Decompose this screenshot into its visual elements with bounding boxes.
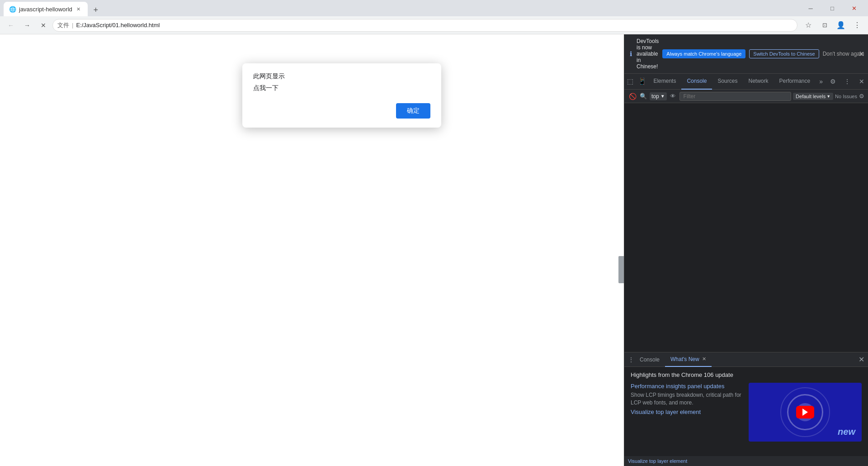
devtools-panel: ℹ DevTools is now available in Chinese! … [624,34,868,466]
maximize-button[interactable]: □ [822,0,843,16]
page-content: 此网页显示 点我一下 确定 [0,34,624,466]
whats-new-tab-close[interactable]: ✕ [702,356,706,362]
alert-message1: 此网页显示 [253,72,430,81]
no-issues-badge[interactable]: No Issues [835,94,857,99]
inspect-element-button[interactable]: ⬚ [624,75,636,88]
new-tab-button[interactable]: + [90,4,102,16]
console-toolbar: 🚫 🔍 top ▼ 👁 Default levels ▼ No Issues ⚙ [624,90,868,103]
whats-new-content: Highlights from the Chrome 106 update Pe… [624,367,868,456]
profile-button[interactable]: 👤 [834,18,848,33]
card-title[interactable]: Performance insights panel updates [631,383,743,390]
switch-devtools-button[interactable]: Switch DevTools to Chinese [749,49,819,58]
close-button[interactable]: ✕ [844,0,864,16]
console-filter-toggle[interactable]: 🔍 [639,92,648,101]
address-url: E:/JavaScript/01.helloworld.html [76,22,160,29]
whats-new-tab[interactable]: What's New ✕ [665,352,712,367]
clear-console-button[interactable]: 🚫 [628,92,637,101]
address-protocol: 文件 [57,21,69,29]
whats-new-tabs: ⋮ Console What's New ✕ ✕ [624,352,868,367]
notification-close-button[interactable]: ✕ [859,50,864,58]
whats-new-panel: ⋮ Console What's New ✕ ✕ Highlights from… [624,352,868,456]
window-controls: ─ □ ✕ [800,0,864,16]
context-selector[interactable]: top ▼ [650,92,667,100]
devtools-tabs: ⬚ 📱 Elements Console Sources Network Per… [624,74,868,90]
lang-notification-text: DevTools is now available in Chinese! [637,38,659,70]
panel-close-button[interactable]: ✕ [859,355,864,364]
tab-title: javascript-helloworld [19,6,72,13]
tab-close-button[interactable]: ✕ [75,5,82,13]
alert-ok-button[interactable]: 确定 [396,103,430,119]
address-bar[interactable]: 文件 | E:/JavaScript/01.helloworld.html [52,19,797,32]
alert-buttons: 确定 [253,103,430,119]
default-levels-button[interactable]: Default levels ▼ [793,93,833,100]
language-notification: ℹ DevTools is now available in Chinese! … [624,34,868,74]
console-filter-input[interactable] [679,92,792,101]
alert-dialog: 此网页显示 点我一下 确定 [242,63,441,128]
play-triangle-icon [802,409,808,416]
video-play-button[interactable] [796,406,814,418]
info-icon: ℹ [630,50,632,57]
reload-stop-button[interactable]: ✕ [36,18,51,33]
devtools-more-button[interactable]: ⋮ [841,75,854,88]
navigation-bar: ← → ✕ 文件 | E:/JavaScript/01.helloworld.h… [0,16,868,34]
dropdown-arrow-icon: ▼ [660,94,665,99]
minimize-button[interactable]: ─ [800,0,821,16]
whats-new-image-card: new [749,383,862,442]
card-link[interactable]: Visualize top layer element [631,409,743,415]
always-match-button[interactable]: Always match Chrome's language [662,49,745,58]
alert-message2: 点我一下 [253,84,430,92]
tab-favicon: 🌐 [9,6,16,13]
back-button[interactable]: ← [4,18,18,33]
address-separator: | [72,22,73,29]
tab-network[interactable]: Network [743,74,774,90]
whats-new-more-button[interactable]: ⋮ [628,356,634,363]
nav-right-buttons: ☆ ⊡ 👤 ⋮ [801,18,864,33]
menu-button[interactable]: ⋮ [850,18,864,33]
eye-icon[interactable]: 👁 [669,92,678,101]
more-tabs-button[interactable]: » [816,78,826,85]
whats-new-card-row: Performance insights panel updates Show … [631,383,862,442]
visualize-top-layer-link[interactable]: Visualize top layer element [628,458,687,464]
dont-show-again[interactable]: Don't show again [823,51,864,57]
new-badge: new [835,426,858,438]
forward-button[interactable]: → [20,18,34,33]
whats-new-text-card: Performance insights panel updates Show … [631,383,743,442]
active-tab[interactable]: 🌐 javascript-helloworld ✕ [4,2,88,16]
tab-elements[interactable]: Elements [648,74,681,90]
scroll-indicator [618,256,624,283]
browser-window: 🌐 javascript-helloworld ✕ + ─ □ ✕ ← → ✕ … [0,0,868,466]
tab-sources[interactable]: Sources [712,74,743,90]
tab-search-button[interactable]: ⊡ [817,18,832,33]
whats-new-console-tab[interactable]: Console [634,352,665,367]
bookmark-star-button[interactable]: ☆ [801,18,816,33]
tab-console[interactable]: Console [681,74,712,90]
main-area: 此网页显示 点我一下 确定 ℹ DevTools is now availabl… [0,34,868,466]
devtools-close-button[interactable]: ✕ [855,75,868,88]
devtools-bottom-bar: Visualize top layer element [624,456,868,466]
tab-bar: 🌐 javascript-helloworld ✕ + [4,0,102,16]
tab-performance[interactable]: Performance [774,74,816,90]
devtools-settings-button[interactable]: ⚙ [826,75,839,88]
devtools-right-controls: ⚙ ⋮ ✕ [826,75,868,88]
console-content [624,103,868,352]
card-description: Show LCP timings breakdown, critical pat… [631,391,743,407]
default-levels-arrow: ▼ [826,94,830,99]
console-settings-icon[interactable]: ⚙ [859,93,864,100]
title-bar: 🌐 javascript-helloworld ✕ + ─ □ ✕ [0,0,868,16]
whats-new-headline: Highlights from the Chrome 106 update [631,371,862,378]
device-toolbar-button[interactable]: 📱 [636,75,648,88]
